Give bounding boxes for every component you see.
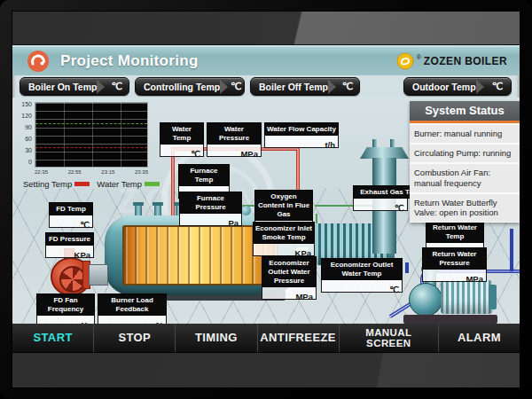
- chevron-right-icon: [328, 80, 336, 94]
- burner-unit: [89, 264, 108, 286]
- chart-plot: [35, 102, 148, 168]
- sensor-eco-outlet-water-temp: Economizer Outlet Water Temp ℃: [321, 258, 403, 293]
- outdoor-temp-button[interactable]: Outdoor Temp ℃: [403, 77, 512, 96]
- sensor-fd-pressure: FD Pressure KPa: [45, 232, 94, 258]
- system-status-panel: System Status Burner: manual running Cir…: [410, 101, 520, 223]
- sensor-eco-outlet-water-pressure: Economizer Outlet Water Pressure MPa: [262, 256, 317, 300]
- antifreeze-button[interactable]: ANTIFREEZE: [258, 324, 340, 352]
- brand-logo-icon: [27, 50, 50, 73]
- sensor-water-flow: Water Flow Capacity t/h: [264, 122, 339, 148]
- status-circulating-pump: Circulating Pump: running: [410, 145, 520, 162]
- sensor-water-pressure: Water Pressure MPa: [207, 122, 262, 157]
- safety-valve-icon: [241, 206, 251, 215]
- stop-button[interactable]: STOP: [94, 324, 176, 352]
- zozen-logo-icon: [396, 52, 414, 70]
- sensor-fd-temp: FD Temp ℃: [49, 202, 93, 228]
- timing-button[interactable]: TIMING: [176, 324, 257, 352]
- status-return-water-valve: Return Water Butterfly Valve: open in po…: [410, 194, 520, 223]
- zozen-logo: ® ZOZEN BOILER: [396, 52, 507, 70]
- top-dark-strip: [12, 12, 520, 45]
- sensor-furnace-pressure: Furnace Pressure Pa: [179, 192, 242, 226]
- controlling-temp-button[interactable]: Controlling Temp ℃: [135, 77, 245, 96]
- boiler-on-temp-button[interactable]: Boiler On Temp ℃: [20, 77, 129, 96]
- sensor-return-water-pressure: Return Water Pressure MPa: [422, 247, 487, 282]
- pump-volute: [409, 283, 442, 317]
- manual-screen-button[interactable]: MANUAL SCREEN: [340, 324, 439, 352]
- chart-yticks: 1501209060300: [18, 102, 32, 166]
- bottom-dark-strip: [12, 352, 520, 387]
- registered-mark: ®: [417, 54, 421, 60]
- zozen-logo-text: ZOZEN BOILER: [424, 55, 507, 67]
- sensor-eco-inlet-smoke-temp: Economizer Inlet Smoke Temp KPa: [253, 222, 315, 256]
- start-button[interactable]: START: [12, 324, 94, 352]
- bottom-nav-bar: START STOP TIMING ANTIFREEZE MANUAL SCRE…: [12, 324, 520, 352]
- boiler-off-temp-button[interactable]: Boiler Off Temp ℃: [250, 77, 360, 96]
- chart-legend: Setting TempWater Temp: [23, 179, 165, 189]
- sensor-water-temp: Water Temp ℃: [160, 122, 204, 157]
- status-burner: Burner: manual running: [410, 125, 520, 143]
- pump-base: [403, 315, 497, 324]
- mimic-diagram-area: ZOZEN 1501209060300 22:3522:5523:1523:35…: [12, 98, 520, 324]
- chevron-right-icon: [97, 80, 105, 94]
- pump-motor: [441, 280, 492, 314]
- system-status-title: System Status: [410, 101, 520, 123]
- chevron-right-icon: [476, 80, 484, 94]
- hmi-screen: Project Monitoring ® ZOZEN BOILER Boiler…: [12, 12, 520, 387]
- stack-post: [390, 139, 395, 148]
- temp-pill-row: Boiler On Temp ℃ Controlling Temp ℃ Boil…: [12, 75, 520, 98]
- page-title: Project Monitoring: [60, 52, 199, 70]
- chevron-right-icon: [220, 80, 228, 94]
- stack-post: [372, 139, 377, 148]
- temp-trend-chart: 1501209060300 22:3522:5523:1523:35 Setti…: [18, 100, 153, 192]
- status-combustion-air-fan: Combustion Air Fan: manual frequency: [410, 164, 520, 192]
- header-bar: Project Monitoring ® ZOZEN BOILER: [12, 45, 520, 75]
- hmi-device-frame: Project Monitoring ® ZOZEN BOILER Boiler…: [0, 0, 532, 399]
- alarm-button[interactable]: ALARM: [439, 324, 520, 352]
- chart-xticks: 22:3522:5523:1523:35: [35, 169, 148, 175]
